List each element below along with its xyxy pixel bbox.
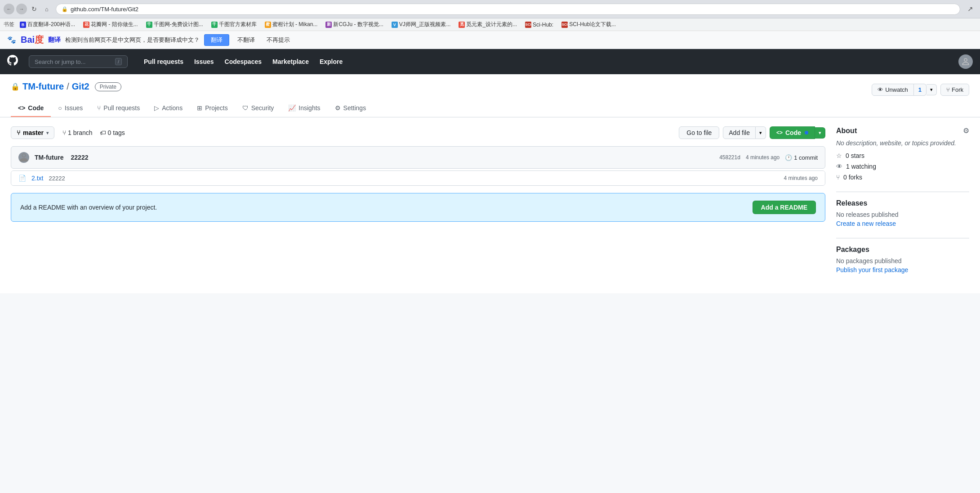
bookmark-xcgj[interactable]: 新 新CGJu - 数字视觉... [323,20,386,29]
github-logo[interactable] [7,55,18,68]
gear-icon[interactable]: ⚙ [963,126,969,135]
bookmark-scihub[interactable]: SCI Sci-Hub: [522,21,556,29]
goto-file-button[interactable]: Go to file [679,126,719,139]
repo-name-link[interactable]: Git2 [72,81,89,92]
tab-insights[interactable]: 📈 Insights [281,100,327,117]
bookmark-mikan[interactable]: 蜜 蜜柑计划 - Mikan... [262,20,321,29]
bookmark-scihub2[interactable]: SCI SCI-Hub论文下载... [559,20,619,29]
repo-owner-link[interactable]: TM-future [22,81,64,92]
stars-count[interactable]: 0 stars [846,152,864,159]
add-file-button[interactable]: Add file [723,126,756,139]
search-bar[interactable]: Search or jump to... / [29,55,128,68]
home-button[interactable]: ⌂ [41,4,52,14]
eye-icon: 👁 [878,86,883,93]
branch-selector[interactable]: ⑂ master ▾ [11,126,54,139]
bookmark-label: Sci-Hub: [533,22,553,28]
tab-security[interactable]: 🛡 Security [235,100,281,117]
translate-button[interactable]: 翻译 [204,34,229,46]
watch-label: Unwatch [885,86,908,93]
watch-group: 👁 Unwatch 1 ▾ [872,84,937,96]
forks-count[interactable]: 0 forks [843,174,862,181]
tab-projects[interactable]: ⊞ Projects [190,100,235,117]
packages-none: No packages published [836,257,969,264]
sidebar-divider2 [836,238,969,238]
commit-hash[interactable]: 458221d [719,154,740,161]
watch-count[interactable]: 1 [914,84,927,96]
tab-actions[interactable]: ▷ Actions [147,100,190,117]
repo-main: ⑂ master ▾ ⑂ 1 branch 🏷 0 tags Go to fil… [0,117,980,293]
user-avatar[interactable] [958,54,973,69]
search-placeholder: Search or jump to... [35,58,85,65]
commit-count-text: 1 commit [794,154,818,161]
bookmark-qiantu2[interactable]: 千 千图官方素材库 [209,20,259,29]
bookmark-label: 百度翻译-200种语... [27,21,75,28]
breadcrumb-sep: / [67,81,69,92]
tags-link[interactable]: 🏷 0 tags [100,129,125,136]
nav-issues[interactable]: Issues [189,54,219,69]
nav-marketplace[interactable]: Marketplace [267,54,314,69]
branch-meta: ⑂ 1 branch 🏷 0 tags [62,129,125,136]
address-bar[interactable]: 🔒 github.com/TM-future/Git2 [56,4,960,15]
nav-pull-requests[interactable]: Pull requests [138,54,189,69]
fork-icon2: ⑂ [836,174,840,181]
commit-right: 458221d 4 minutes ago 🕐 1 commit [719,154,818,161]
repo-actions: 👁 Unwatch 1 ▾ ⑂ Fork [872,84,969,96]
nav-right [958,54,973,69]
branch-icon2: ⑂ [62,129,66,136]
add-file-dropdown[interactable]: ▾ [756,126,766,139]
bookmark-favicon: 花 [83,22,89,28]
bookmark-favicon: 觅 [459,22,465,28]
file-name[interactable]: 2.txt [31,175,43,182]
code-button[interactable]: <> Code [770,126,815,139]
baidu-logo: 🐾 [7,36,16,44]
bookmark-favicon: 蜜 [265,22,271,28]
bookmark-qiantu[interactable]: 千 千图网-免费设计图... [143,20,206,29]
publish-package-link[interactable]: Publish your first package [836,266,908,273]
file-time: 4 minutes ago [784,175,818,181]
sidebar-divider [836,192,969,192]
about-desc: No description, website, or topics provi… [836,139,969,147]
commit-count[interactable]: 🕐 1 commit [785,154,818,161]
nav-buttons: ← → ↻ ⌂ [4,4,52,14]
back-button[interactable]: ← [4,4,14,14]
stars-stat: ☆ 0 stars [836,152,969,159]
tab-settings-label: Settings [343,104,366,112]
tab-code[interactable]: <> Code [11,100,51,117]
tab-actions-label: Actions [162,104,183,112]
reload-button[interactable]: ↻ [29,4,40,14]
add-readme-button[interactable]: Add a README [753,201,816,214]
tab-issues[interactable]: ○ Issues [51,100,90,117]
tag-icon: 🏷 [100,129,106,136]
search-shortcut: / [115,58,122,65]
file-toolbar-actions: Go to file Add file ▾ <> Code ▾ [679,126,825,139]
tab-settings[interactable]: ⚙ Settings [328,100,374,117]
share-button[interactable]: ↗ [964,3,976,15]
packages-title: Packages [836,246,969,254]
readme-text: Add a README with an overview of your pr… [20,204,157,211]
tab-issues-label: Issues [65,104,83,112]
fork-button[interactable]: ⑂ Fork [940,84,969,96]
bookmark-huaban[interactable]: 花 花瓣网 - 陪你做生... [80,20,141,29]
branches-link[interactable]: ⑂ 1 branch [62,129,93,136]
create-release-link[interactable]: Create a new release [836,220,896,227]
no-remind-button[interactable]: 不再提示 [263,35,294,45]
code-dot [805,131,808,134]
no-translate-button[interactable]: 不翻译 [234,35,258,45]
bookmark-favicon: SCI [525,22,531,28]
settings-tab-icon: ⚙ [335,104,341,112]
commit-author[interactable]: TM-future [35,154,64,161]
bookmark-vj[interactable]: V VJ师网_正版视频素... [389,20,454,29]
bookmark-baidu-translate[interactable]: B 百度翻译-200种语... [17,20,78,29]
tab-pull-requests[interactable]: ⑂ Pull requests [90,100,147,117]
watch-dropdown[interactable]: ▾ [927,84,937,95]
watching-count[interactable]: 1 watching [846,163,876,170]
watch-button[interactable]: 👁 Unwatch [872,84,914,96]
forward-button[interactable]: → [16,4,27,14]
code-dropdown[interactable]: ▾ [815,127,825,139]
commit-avatar [18,152,29,163]
nav-codespaces[interactable]: Codespaces [219,54,267,69]
repo-sidebar: About ⚙ No description, website, or topi… [836,126,969,284]
actions-tab-icon: ▷ [154,104,159,112]
nav-explore[interactable]: Explore [314,54,348,69]
bookmark-miyuansu[interactable]: 觅 觅元素_设计元素的... [456,20,520,29]
